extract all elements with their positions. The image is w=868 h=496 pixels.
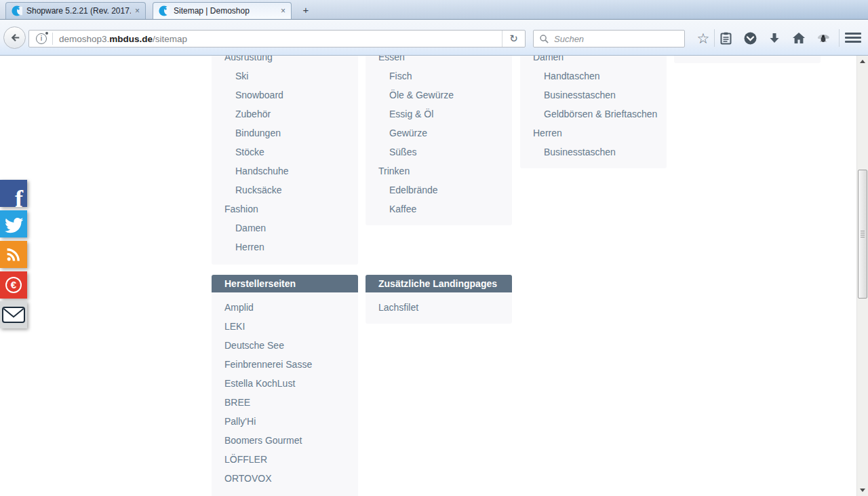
sitemap-box-landingpages: Zusätzliche Landingpages Lachsfilet (366, 275, 512, 324)
sitemap-link[interactable]: Geldbörsen & Brieftaschen (520, 104, 667, 123)
manufacturer-link[interactable]: LÖFFLER (212, 450, 358, 469)
landingpage-link[interactable]: Lachsfilet (366, 298, 512, 317)
manufacturer-link[interactable]: Deutsche See (212, 336, 358, 355)
manufacturer-link[interactable]: Pally'Hi (212, 412, 358, 431)
sitemap-link[interactable]: Zubehör (212, 104, 358, 123)
euro-icon: € (5, 277, 22, 293)
new-tab-button[interactable]: + (297, 4, 315, 17)
shopware-favicon (159, 5, 170, 16)
url-bar[interactable]: i demoshop3.mbdus.de/sitemap ↻ (28, 30, 526, 47)
sitemap-box-manufacturers: Herstellerseiten AmplidLEKIDeutsche SeeF… (212, 275, 358, 496)
triangle-up-icon (860, 60, 865, 63)
sitemap-link[interactable]: Herren (212, 237, 358, 256)
manufacturer-link[interactable]: Boomers Gourmet (212, 431, 358, 450)
clipboard-icon[interactable] (718, 31, 733, 45)
landingpage-list: Lachsfilet (366, 292, 512, 324)
download-icon[interactable] (767, 31, 782, 45)
sitemap-link[interactable]: Fashion (212, 199, 358, 218)
search-bar[interactable]: Suchen (533, 30, 685, 47)
triangle-down-icon (860, 489, 865, 492)
sitemap-link[interactable]: Snowboard (212, 85, 358, 104)
tab-close-icon[interactable]: × (135, 6, 140, 16)
manufacturer-link[interactable]: LEKI (212, 317, 358, 336)
sitemap-box-categories-3: DamenHandtaschenBusinesstaschenGeldbörse… (520, 56, 667, 168)
rss-icon (0, 241, 27, 268)
sitemap-box-categories-2: EssenFischÖle & GewürzeEssig & ÖlGewürze… (366, 56, 512, 225)
fly-extension-icon[interactable] (816, 31, 831, 45)
sitemap-link[interactable]: Kaffee (366, 199, 512, 218)
sitemap-link[interactable]: Edelbrände (366, 180, 512, 199)
sitemap-link[interactable]: Süßes (366, 142, 512, 161)
back-icon (8, 31, 21, 44)
manufacturer-list: AmplidLEKIDeutsche SeeFeinbrennerei Sass… (212, 292, 358, 496)
twitter-button[interactable] (0, 210, 27, 237)
facebook-button[interactable]: f (0, 180, 27, 207)
sitemap-link[interactable]: Stöcke (212, 142, 358, 161)
sitemap-page: f € AusrüstungSkiSnowboardZubehörBindung… (0, 56, 856, 496)
sitemap-link[interactable]: Damen (520, 56, 667, 66)
sitemap-link[interactable]: Herren (520, 123, 667, 142)
rss-button[interactable] (0, 241, 27, 268)
scrollbar-thumb[interactable] (858, 170, 867, 299)
home-icon[interactable] (791, 31, 806, 45)
facebook-icon: f (15, 185, 23, 213)
sitemap-link[interactable]: Bindungen (212, 123, 358, 142)
tab-close-icon[interactable]: × (281, 6, 285, 16)
manufacturer-link[interactable]: BREE (212, 393, 358, 412)
back-button[interactable] (3, 26, 26, 49)
scroll-down-button[interactable] (857, 484, 868, 496)
euro-button[interactable]: € (0, 271, 27, 299)
tab-bar: Shopware 5.2.21 (Rev. 2017... × Sitemap … (0, 0, 868, 20)
sitemap-box-partial (674, 56, 821, 63)
sitemap-link[interactable]: Damen (212, 218, 358, 237)
sitemap-link[interactable]: Handtaschen (520, 66, 667, 85)
vertical-scrollbar[interactable] (856, 56, 868, 496)
manufacturer-link[interactable]: Amplid (212, 298, 358, 317)
reload-button[interactable]: ↻ (502, 31, 525, 47)
browser-chrome: Shopware 5.2.21 (Rev. 2017... × Sitemap … (0, 0, 868, 56)
box-header-manufacturers: Herstellerseiten (212, 275, 358, 292)
tab-shopware-backend[interactable]: Shopware 5.2.21 (Rev. 2017... × (5, 2, 146, 19)
toolbar-separator (714, 29, 715, 47)
sitemap-link[interactable]: Ski (212, 66, 358, 85)
sitemap-link[interactable]: Rucksäcke (212, 180, 358, 199)
sitemap-box-categories-1: AusrüstungSkiSnowboardZubehörBindungenSt… (212, 56, 358, 265)
box-header-landingpages: Zusätzliche Landingpages (366, 275, 512, 292)
sitemap-link[interactable]: Handschuhe (212, 161, 358, 180)
manufacturer-link[interactable]: ORTOVOX (212, 469, 358, 488)
bookmark-star-icon[interactable]: ☆ (696, 31, 711, 45)
email-button[interactable] (0, 301, 27, 328)
url-separator (52, 33, 53, 45)
email-icon (0, 301, 27, 328)
page-info-icon[interactable]: i (36, 33, 47, 44)
shopware-favicon (12, 5, 22, 16)
sitemap-link[interactable]: Businesstaschen (520, 85, 667, 104)
search-placeholder: Suchen (554, 34, 584, 44)
twitter-icon (0, 210, 27, 237)
manufacturer-link[interactable]: Estella KochLust (212, 374, 358, 393)
sitemap-link[interactable]: Essen (366, 56, 512, 66)
sitemap-link[interactable]: Trinken (366, 161, 512, 180)
search-icon (539, 34, 549, 44)
sitemap-link[interactable]: Fisch (366, 66, 512, 85)
navigation-toolbar: i demoshop3.mbdus.de/sitemap ↻ Suchen ☆ (0, 20, 868, 56)
sitemap-link[interactable]: Essig & Öl (366, 104, 512, 123)
tab-title: Sitemap | Demoshop (174, 6, 277, 16)
tab-sitemap-demoshop[interactable]: Sitemap | Demoshop × (153, 2, 292, 19)
sitemap-link[interactable]: Businesstaschen (520, 142, 667, 161)
manufacturer-link[interactable]: Feinbrennerei Sasse (212, 355, 358, 374)
scroll-up-button[interactable] (857, 56, 868, 67)
sitemap-link[interactable]: Gewürze (366, 123, 512, 142)
tab-title: Shopware 5.2.21 (Rev. 2017... (26, 6, 131, 16)
toolbar-separator (839, 29, 840, 47)
url-text: demoshop3.mbdus.de/sitemap (59, 34, 502, 44)
menu-icon[interactable] (845, 33, 861, 43)
sitemap-link[interactable]: Ausrüstung (212, 56, 358, 66)
sitemap-link[interactable]: Öle & Gewürze (366, 85, 512, 104)
pocket-icon[interactable] (743, 31, 757, 45)
